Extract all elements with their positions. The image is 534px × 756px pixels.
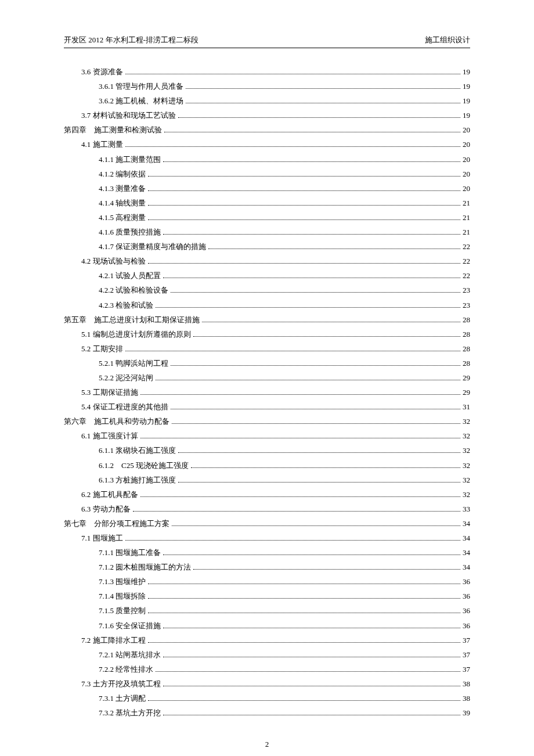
toc-entry-page: 20 [463,182,470,195]
header-left: 开发区 2012 年水利工程-排涝工程二标段 [64,35,199,45]
toc-entry: 7.1.4 围堰拆除36 [64,590,470,603]
toc-leader-dots [163,657,460,657]
toc-entry-page: 31 [463,401,470,413]
toc-entry: 4.1 施工测量20 [64,138,470,151]
toc-entry-text: 4.2.1 试验人员配置 [99,269,161,282]
toc-entry-text: 7.1.1 围堰施工准备 [99,546,161,559]
toc-leader-dots [163,555,460,555]
toc-entry-page: 32 [463,459,470,472]
toc-entry-text: 4.2 现场试验与检验 [81,255,146,268]
toc-entry: 7.1 围堰施工34 [64,532,470,545]
toc-entry: 4.1.1 施工测量范围20 [64,153,470,166]
toc-entry-text: 4.1.4 轴线测量 [99,197,146,210]
toc-entry: 6.3 劳动力配备33 [64,503,470,516]
toc-entry: 7.3 土方开挖及填筑工程38 [64,678,470,690]
toc-entry: 7.3.1 土方调配38 [64,692,470,705]
toc-leader-dots [148,613,460,613]
toc-leader-dots [125,540,461,541]
toc-entry-page: 37 [463,663,470,676]
toc-leader-dots [171,365,460,366]
toc-entry-text: 3.6.2 施工机械、材料进场 [99,95,183,107]
toc-entry-text: 7.3.1 土方调配 [99,692,146,705]
toc-entry: 6.1.1 浆砌块石施工强度32 [64,444,470,457]
toc-entry-page: 32 [463,430,470,442]
toc-entry: 7.1.1 围堰施工准备34 [64,546,470,559]
toc-entry-page: 20 [463,124,470,136]
toc-leader-dots [163,715,460,715]
toc-entry-text: 7.2.2 经常性排水 [99,663,153,676]
toc-entry-text: 6.2 施工机具配备 [81,488,138,501]
toc-entry: 7.2.1 站闸基坑排水37 [64,649,470,661]
toc-entry-text: 7.1.3 围堰维护 [99,575,146,588]
toc-entry-page: 36 [463,604,470,617]
toc-entry: 4.1.6 质量预控措施21 [64,226,470,239]
toc-entry-text: 6.1 施工强度计算 [81,430,138,442]
toc-leader-dots [156,380,460,380]
toc-entry-page: 29 [463,386,470,399]
toc-leader-dots [140,394,461,395]
page-number: 2 [64,740,470,749]
toc-entry-page: 29 [463,372,470,384]
toc-entry-text: 7.1 围堰施工 [81,532,123,545]
toc-entry: 5.2.2 泥泾河站闸29 [64,372,470,384]
toc-entry: 4.1.4 轴线测量21 [64,197,470,210]
toc-entry-text: 4.2.2 试验和检验设备 [99,284,168,297]
toc-entry: 7.2 施工降排水工程37 [64,634,470,647]
toc-entry-text: 7.3.2 基坑土方开挖 [99,707,161,719]
toc-entry: 4.1.3 测量准备20 [64,182,470,195]
toc-entry: 4.2 现场试验与检验22 [64,255,470,268]
toc-leader-dots [156,307,460,308]
toc-entry-text: 第六章 施工机具和劳动力配备 [64,415,169,428]
toc-leader-dots [148,584,460,584]
toc-entry: 第六章 施工机具和劳动力配备32 [64,415,470,428]
page-header: 开发区 2012 年水利工程-排涝工程二标段 施工组织设计 [64,35,470,48]
toc-entry-page: 38 [463,678,470,690]
toc-entry-page: 37 [463,634,470,647]
toc-entry-page: 38 [463,692,470,705]
toc-leader-dots [140,438,461,438]
toc-leader-dots [163,278,460,278]
toc-entry-text: 4.1.5 高程测量 [99,211,146,224]
toc-entry: 5.1 编制总进度计划所遵循的原则28 [64,328,470,341]
toc-leader-dots [125,146,461,147]
toc-entry-text: 4.1.7 保证测量精度与准确的措施 [99,240,206,253]
toc-leader-dots [125,351,461,351]
toc-entry: 6.1.3 方桩施打施工强度32 [64,474,470,487]
toc-entry-page: 36 [463,620,470,632]
toc-entry-page: 22 [463,269,470,282]
toc-entry: 7.1.3 围堰维护36 [64,575,470,588]
toc-entry-page: 32 [463,474,470,487]
toc-leader-dots [186,88,460,89]
toc-entry-page: 34 [463,561,470,574]
toc-entry-text: 第五章 施工总进度计划和工期保证措施 [64,314,200,326]
toc-entry-text: 6.1.3 方桩施打施工强度 [99,474,176,487]
toc-entry: 6.2 施工机具配备32 [64,488,470,501]
toc-entry-page: 39 [463,707,470,719]
header-right: 施工组织设计 [425,35,470,45]
toc-entry-text: 3.6 资源准备 [81,66,123,78]
toc-entry-text: 5.2.2 泥泾河站闸 [99,372,153,384]
toc-entry-text: 第四章 施工测量和检测试验 [64,124,162,136]
toc-leader-dots [148,190,460,191]
toc-entry: 3.6.2 施工机械、材料进场19 [64,95,470,107]
toc-leader-dots [171,292,460,293]
toc-leader-dots [193,569,460,570]
toc-leader-dots [172,525,460,526]
toc-entry-page: 28 [463,328,470,341]
toc-entry: 第四章 施工测量和检测试验20 [64,124,470,136]
toc-entry: 6.1 施工强度计算32 [64,430,470,442]
toc-entry-text: 4.2.3 检验和试验 [99,299,153,312]
toc-entry-page: 32 [463,488,470,501]
toc-leader-dots [164,132,460,132]
toc-leader-dots [186,103,460,103]
toc-leader-dots [193,336,461,337]
toc-entry-page: 23 [463,299,470,312]
toc-entry-text: 6.3 劳动力配备 [81,503,131,516]
toc-entry-text: 6.1.1 浆砌块石施工强度 [99,444,176,457]
toc-entry-text: 5.3 工期保证措施 [81,386,138,399]
toc-entry: 7.1.6 安全保证措施36 [64,620,470,632]
toc-leader-dots [140,496,461,497]
toc-leader-dots [172,423,460,424]
toc-leader-dots [156,671,460,672]
toc-entry-text: 7.1.5 质量控制 [99,604,146,617]
